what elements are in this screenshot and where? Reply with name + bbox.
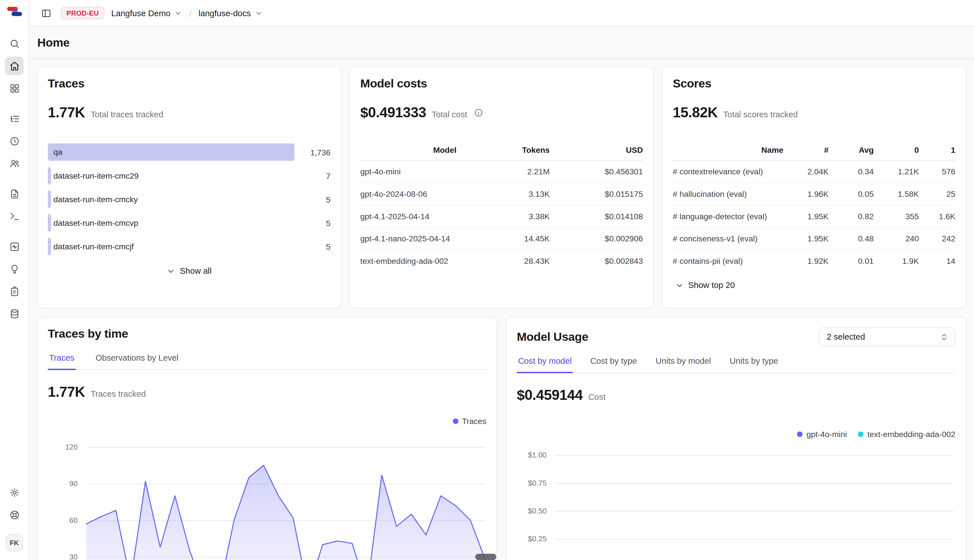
sidebar-item-tracing[interactable] (5, 109, 23, 128)
count-cell: 1.95K (784, 227, 829, 250)
column-header[interactable]: 1 (919, 140, 955, 160)
org-switcher[interactable]: Langfuse Demo (111, 8, 182, 18)
environment-badge[interactable]: PROD-EU (61, 7, 104, 19)
chart-legend: gpt-4o-mini text-embedding-ada-002 (517, 430, 955, 439)
page-title: Home (37, 36, 70, 49)
table-row[interactable]: text-embedding-ada-002 28.43K $0.002843 (360, 250, 643, 272)
card-title: Model costs (360, 77, 427, 91)
bar-row[interactable]: dataset-run-item-cmcjf 5 (48, 238, 331, 255)
panel-left-icon (41, 8, 51, 18)
sidebar-item-playground[interactable] (5, 207, 23, 225)
legend-item[interactable]: Traces (453, 417, 486, 426)
chart-legend: Traces (48, 417, 486, 426)
table-row[interactable]: gpt-4.1-nano-2025-04-14 14.45K $0.002906 (360, 227, 643, 250)
tab[interactable]: Observations by Level (94, 353, 180, 370)
model-name-cell: gpt-4o-mini (360, 160, 456, 183)
sidebar-item-search[interactable] (5, 34, 23, 53)
usd-cell: $0.014108 (550, 205, 643, 228)
model-costs-table: ModelTokensUSD gpt-4o-mini 2.21M $0.4563… (360, 140, 643, 272)
bar-row[interactable]: qa 1,736 (48, 143, 331, 161)
sidebar-toggle-button[interactable] (38, 5, 54, 21)
model-name-cell: gpt-4.1-2025-04-14 (360, 205, 456, 228)
bar-fill (48, 143, 294, 161)
legend-dot (797, 432, 803, 437)
show-top-20-button[interactable]: Show top 20 (673, 280, 956, 290)
avatar[interactable]: FK (6, 534, 23, 551)
traces-chart-svg[interactable] (86, 447, 485, 560)
column-header[interactable]: Name (673, 140, 784, 160)
model-usage-chart: $1.00 $0.75 (517, 455, 955, 560)
table-row[interactable]: # contextrelevance (eval) 2.04K 0.34 1.2… (673, 160, 956, 183)
bar-value: 5 (294, 218, 331, 227)
card-title: Scores (673, 77, 712, 91)
tab[interactable]: Traces (48, 353, 75, 370)
clipboard-icon (9, 286, 20, 297)
model-costs-card: Model costs $0.491333 Total cost (349, 67, 654, 309)
y-axis-tick-label: $1.00 (517, 451, 547, 460)
database-icon (9, 308, 20, 318)
gear-icon (9, 487, 20, 498)
sidebar-item-prompts[interactable] (5, 184, 23, 203)
topbar: PROD-EU Langfuse Demo / langfuse-docs (29, 0, 974, 27)
sidebar-item-home[interactable] (5, 57, 23, 75)
grid-row: $1.00 (517, 455, 955, 483)
sidebar-item-dashboards[interactable] (5, 79, 23, 98)
content: Traces 1.77K Total traces tracked (29, 59, 974, 560)
column-header[interactable]: 0 (874, 140, 919, 160)
scores-card: Scores 15.82K Total scores tracked Name#… (662, 67, 966, 309)
gridline (555, 483, 954, 483)
avg-cell: 0.48 (829, 227, 874, 250)
bar-row[interactable]: dataset-run-item-cmc29 7 (48, 167, 331, 184)
column-header[interactable]: Model (360, 140, 456, 160)
table-row[interactable]: gpt-4o-mini 2.21M $0.456301 (360, 160, 643, 183)
project-switcher[interactable]: langfuse-docs (199, 8, 262, 18)
sidebar-item-settings[interactable] (5, 483, 23, 502)
legend-label: text-embedding-ada-002 (867, 430, 956, 439)
traces-by-time-metric-label: Traces tracked (91, 389, 146, 399)
avg-cell: 0.82 (829, 205, 874, 228)
tab[interactable]: Units by model (654, 357, 712, 373)
column-header[interactable]: USD (550, 140, 643, 160)
traces-by-time-metric: 1.77K (48, 383, 85, 400)
model-usage-select[interactable]: 2 selected (819, 327, 955, 347)
avg-cell: 0.34 (829, 160, 874, 183)
show-all-button[interactable]: Show all (48, 267, 331, 276)
bar-row[interactable]: dataset-run-item-cmcky 5 (48, 190, 331, 208)
grid-row: $0.25 (517, 539, 955, 560)
y-axis-tick-label: $0.25 (517, 535, 547, 543)
sidebar-item-support[interactable] (5, 505, 23, 524)
sidebar-item-evaluation[interactable] (5, 237, 23, 256)
tab[interactable]: Cost by model (517, 357, 573, 373)
langfuse-logo-icon[interactable] (7, 6, 22, 17)
sidebar-item-users[interactable] (5, 154, 23, 173)
horizontal-scrollbar-thumb[interactable] (475, 554, 496, 560)
tab[interactable]: Units by type (728, 357, 779, 373)
y-axis-tick-label: 120 (48, 443, 78, 452)
column-header[interactable]: Avg (829, 140, 874, 160)
bar-row[interactable]: dataset-run-item-cmcvp 5 (48, 214, 331, 232)
legend-item[interactable]: text-embedding-ada-002 (858, 430, 955, 439)
model-usage-metric: $0.459144 (517, 387, 583, 403)
table-row[interactable]: gpt-4o-2024-08-06 3.13K $0.015175 (360, 183, 643, 205)
sidebar-item-sessions[interactable] (5, 132, 23, 150)
tab[interactable]: Cost by type (589, 357, 638, 373)
table-row[interactable]: # contains-pii (eval) 1.92K 0.01 1.9K 14 (673, 250, 956, 272)
table-row[interactable]: # conciseness-v1 (eval) 1.95K 0.48 240 2… (673, 227, 956, 250)
bar-track: dataset-run-item-cmcky (48, 190, 294, 208)
tokens-cell: 2.21M (456, 160, 550, 183)
sidebar-item-datasets[interactable] (5, 282, 23, 301)
y-axis-tick-label: $0.75 (517, 479, 547, 488)
column-header[interactable]: # (784, 140, 829, 160)
info-icon[interactable] (474, 108, 483, 117)
sidebar-item-insights[interactable] (5, 260, 23, 278)
sidebar-item-database[interactable] (5, 304, 23, 323)
card-title: Traces (48, 77, 84, 91)
legend-item[interactable]: gpt-4o-mini (797, 430, 847, 439)
table-row[interactable]: # language-detector (eval) 1.95K 0.82 35… (673, 205, 956, 228)
column-header[interactable]: Tokens (456, 140, 550, 160)
count-cell: 1.95K (784, 205, 829, 228)
table-row[interactable]: gpt-4.1-2025-04-14 3.38K $0.014108 (360, 205, 643, 228)
table-row[interactable]: # hallucination (eval) 1.96K 0.05 1.58K … (673, 183, 956, 205)
bar-label: dataset-run-item-cmc29 (53, 171, 139, 180)
model-costs-metric: $0.491333 (360, 104, 426, 121)
